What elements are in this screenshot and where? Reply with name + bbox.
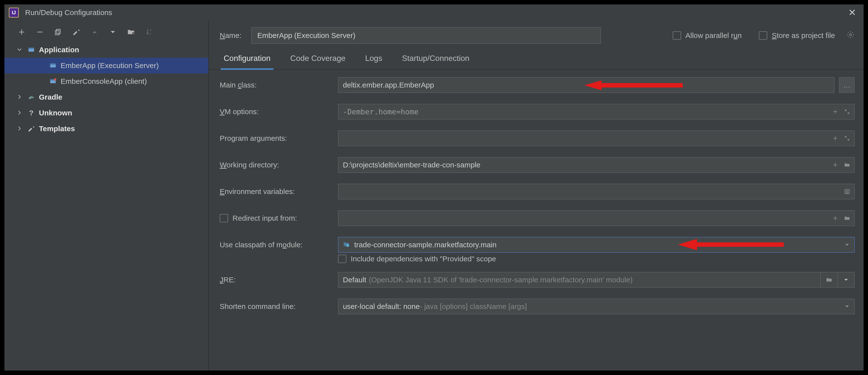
classpath-module-label: Use classpath of module: <box>220 241 338 249</box>
jre-browse-button[interactable] <box>820 272 837 288</box>
row-main-class: Main class: deltix.ember.app.EmberApp … <box>220 77 855 93</box>
expand-icon[interactable] <box>843 134 851 143</box>
shorten-command-line-label: Shorten command line: <box>220 302 338 311</box>
chevron-down-icon <box>843 241 851 249</box>
svg-point-11 <box>54 78 56 81</box>
module-icon <box>343 241 350 249</box>
titlebar: IJ Run/Debug Configurations ✕ <box>4 4 864 21</box>
tree-label: EmberConsoleApp (client) <box>61 77 147 86</box>
tabs: Configuration Code Coverage Logs Startup… <box>209 49 864 70</box>
gradle-icon <box>27 93 35 101</box>
tree-node-gradle[interactable]: Gradle <box>4 89 208 105</box>
checkbox-icon <box>759 31 767 40</box>
application-icon <box>49 61 57 70</box>
folder-button[interactable] <box>126 27 136 37</box>
tree-label: Templates <box>39 124 75 133</box>
program-arguments-label: Program arguments: <box>220 134 338 143</box>
checkbox-icon <box>673 31 681 40</box>
tab-configuration[interactable]: Configuration <box>222 49 272 69</box>
svg-rect-6 <box>29 48 34 49</box>
application-icon <box>27 46 35 54</box>
row-vm-options: VM options: -Dember.home=home <box>220 104 855 120</box>
edit-templates-button[interactable] <box>71 27 81 37</box>
insert-macro-icon[interactable] <box>831 134 839 143</box>
run-debug-configurations-dialog: IJ Run/Debug Configurations ✕ <box>4 4 864 371</box>
tree-label: EmberApp (Execution Server) <box>61 61 159 70</box>
row-classpath-module: Use classpath of module: trade-connector… <box>220 237 855 253</box>
sidebar-toolbar: az <box>4 25 208 42</box>
tree-node-emberapp[interactable]: EmberApp (Execution Server) <box>4 58 208 74</box>
row-program-arguments: Program arguments: <box>220 131 855 146</box>
folder-icon[interactable] <box>843 161 851 169</box>
wrench-icon <box>27 124 35 133</box>
name-label: Name: <box>220 31 241 40</box>
environment-variables-label: Environment variables: <box>220 188 338 196</box>
tab-code-coverage[interactable]: Code Coverage <box>289 49 347 69</box>
tab-startup-connection[interactable]: Startup/Connection <box>401 49 471 69</box>
tree-label: Gradle <box>39 93 62 101</box>
row-working-directory: Working directory: D:\projects\deltix\em… <box>220 157 855 173</box>
shorten-command-line-select[interactable]: user-local default: none - java [options… <box>338 298 855 314</box>
svg-rect-8 <box>50 63 56 65</box>
include-provided-checkbox[interactable]: Include dependencies with "Provided" sco… <box>338 255 855 263</box>
vm-options-input[interactable]: -Dember.home=home <box>338 104 855 120</box>
configurations-sidebar: az Application EmberApp <box>4 21 209 371</box>
tree-node-emberconsoleapp[interactable]: EmberConsoleApp (client) <box>4 74 208 89</box>
sort-button[interactable]: az <box>144 27 154 37</box>
redirect-input-label: Redirect input from: <box>220 214 338 222</box>
jre-label: JRE: <box>220 276 338 284</box>
add-config-button[interactable] <box>17 27 27 37</box>
working-directory-input[interactable]: D:\projects\deltix\ember-trade-con-sampl… <box>338 157 855 173</box>
tree-label: Application <box>39 46 79 54</box>
svg-text:a: a <box>150 28 151 32</box>
classpath-module-select[interactable]: trade-connector-sample.marketfactory.mai… <box>338 237 855 253</box>
close-button[interactable]: ✕ <box>845 6 859 19</box>
vm-options-label: VM options: <box>220 108 338 116</box>
application-edited-icon <box>49 77 57 86</box>
list-icon[interactable] <box>843 188 851 196</box>
program-arguments-input[interactable] <box>338 131 855 146</box>
configuration-form: Main class: deltix.ember.app.EmberApp … … <box>209 70 864 371</box>
main-class-input[interactable]: deltix.ember.app.EmberApp <box>338 77 835 93</box>
header-row: Name: Allow parallel run Store as projec… <box>209 21 864 49</box>
environment-variables-input[interactable] <box>338 184 855 199</box>
tree-node-unknown[interactable]: ? Unknown <box>4 105 208 121</box>
chevron-down-icon <box>17 46 24 54</box>
intellij-icon: IJ <box>9 8 19 18</box>
chevron-right-icon <box>17 93 24 101</box>
jre-dropdown-button[interactable] <box>837 272 855 288</box>
chevron-right-icon <box>17 109 24 117</box>
checkbox-icon[interactable] <box>220 214 228 222</box>
row-jre: JRE: Default (OpenJDK Java 11 SDK of 'tr… <box>220 272 855 288</box>
browse-class-button[interactable]: … <box>839 77 855 93</box>
configurations-tree[interactable]: Application EmberApp (Execution Server) … <box>4 42 208 371</box>
tree-node-templates[interactable]: Templates <box>4 121 208 137</box>
tree-node-application[interactable]: Application <box>4 42 208 58</box>
svg-rect-2 <box>55 31 59 35</box>
row-redirect-input: Redirect input from: <box>220 210 855 226</box>
svg-point-12 <box>849 33 852 36</box>
copy-config-button[interactable] <box>53 27 63 37</box>
remove-config-button[interactable] <box>35 27 45 37</box>
row-shorten-command-line: Shorten command line: user-local default… <box>220 298 855 314</box>
store-as-project-file-checkbox[interactable]: Store as project file <box>759 31 835 40</box>
insert-macro-icon <box>831 214 839 222</box>
tab-logs[interactable]: Logs <box>364 49 383 69</box>
checkbox-icon <box>338 255 346 263</box>
working-directory-label: Working directory: <box>220 161 338 169</box>
svg-rect-1 <box>57 29 60 34</box>
name-input[interactable] <box>251 27 601 44</box>
jre-select[interactable]: Default (OpenJDK Java 11 SDK of 'trade‑c… <box>338 272 820 288</box>
insert-macro-icon[interactable] <box>831 108 839 116</box>
move-up-button[interactable] <box>90 27 99 37</box>
expand-icon[interactable] <box>843 108 851 116</box>
insert-macro-icon[interactable] <box>831 161 839 169</box>
gear-icon[interactable] <box>846 31 855 41</box>
folder-icon <box>843 214 851 222</box>
configuration-editor: Name: Allow parallel run Store as projec… <box>209 21 864 371</box>
svg-rect-0 <box>37 32 42 33</box>
move-down-button[interactable] <box>108 27 118 37</box>
allow-parallel-run-checkbox[interactable]: Allow parallel run <box>673 31 742 40</box>
redirect-input-field[interactable] <box>338 210 855 226</box>
svg-rect-19 <box>346 244 349 247</box>
